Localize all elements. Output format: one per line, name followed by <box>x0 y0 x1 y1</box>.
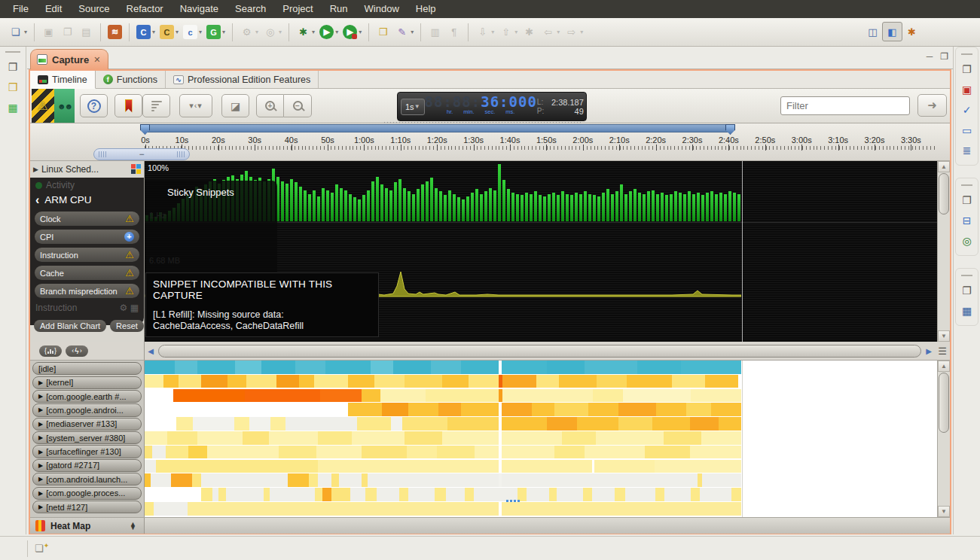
view-tab-timeline[interactable]: Timeline <box>30 71 96 89</box>
scroll-thumb[interactable] <box>939 173 949 215</box>
heatmap-row[interactable] <box>145 502 937 516</box>
palette-icon[interactable] <box>131 164 141 174</box>
heatmap-row-label[interactable]: ▶[system_server #380] <box>32 431 142 444</box>
menu-item-project[interactable]: Project <box>274 0 321 18</box>
heatmap-row-label[interactable]: ▶[netd #127] <box>32 501 142 513</box>
heatmap-row-label[interactable]: ▶[com.google.earth #... <box>32 390 142 403</box>
view-tab-functions[interactable]: fFunctions <box>96 71 166 88</box>
processes-button[interactable]: ☻☻ <box>54 89 75 123</box>
menu-item-window[interactable]: Window <box>356 0 408 18</box>
toolbar-button-cpp-perspective[interactable]: ◧ <box>882 22 902 41</box>
heatmap-row[interactable] <box>145 417 937 431</box>
toolbar-button-new-class[interactable]: G▾ <box>204 23 227 42</box>
bolt-snippets-toggle[interactable]: ‹ϟ› <box>66 345 88 357</box>
toolbar-button-new-c-folder[interactable]: C▾ <box>157 23 181 42</box>
filter-input[interactable] <box>780 96 910 115</box>
heatmap-row-label[interactable]: ▶[mediaserver #133] <box>32 418 142 431</box>
scroll-left-icon[interactable]: ◀ <box>145 347 157 355</box>
menu-item-search[interactable]: Search <box>227 0 274 18</box>
toolbar-button-debug[interactable]: ✱▾ <box>294 23 317 42</box>
toolbar-button-streamline-perspective[interactable]: ✱ <box>902 22 921 41</box>
menu-item-navigate[interactable]: Navigate <box>172 0 227 18</box>
fastview-project-explorer[interactable]: ❒ <box>3 78 23 96</box>
horizontal-scrollbar[interactable] <box>158 345 921 358</box>
counter-item-instruction[interactable]: Instruction⚠ <box>35 248 139 262</box>
expand-icon[interactable]: ▶ <box>38 434 43 441</box>
bookmark-button[interactable] <box>114 94 142 117</box>
menu-item-refactor[interactable]: Refactor <box>118 0 172 18</box>
back-chevron-icon[interactable]: ‹ <box>35 195 39 205</box>
expand-icon[interactable]: ▶ <box>38 393 43 400</box>
toolbar-button-run[interactable]: ▶▾ <box>317 23 340 42</box>
heatmap-row[interactable] <box>145 488 937 502</box>
clear-button[interactable]: ◪ <box>221 94 249 117</box>
drag-handle[interactable] <box>961 275 972 278</box>
toolbar-button-open-element[interactable]: ❒ <box>374 23 392 42</box>
heatmap-row-label[interactable]: ▶[kernel] <box>32 376 142 389</box>
interval-select[interactable]: 1s ▼ <box>401 99 425 115</box>
expand-icon[interactable]: ▶ <box>38 379 43 386</box>
range-end-marker[interactable] <box>725 124 735 135</box>
heatmap-canvas[interactable] <box>145 361 937 517</box>
heatmap-mode-select[interactable]: Heat Map ▲▼ <box>30 518 145 534</box>
fastview-task-list[interactable]: ✓ <box>957 101 977 119</box>
counter-item-clock[interactable]: Clock⚠ <box>35 212 139 226</box>
range-start-marker[interactable] <box>140 124 150 135</box>
toolbar-button-new-wizard[interactable]: ❏▾ <box>6 23 29 42</box>
spinner-icon[interactable]: ▲▼ <box>130 522 136 530</box>
scroll-menu-icon[interactable]: ☰ <box>935 345 950 357</box>
markers-button[interactable]: ▾‹▾ <box>179 94 212 117</box>
drag-handle[interactable] <box>961 53 972 57</box>
fastview-capture-analysis[interactable]: ▦ <box>3 99 23 117</box>
counter-item-cache[interactable]: Cache⚠ <box>35 266 139 280</box>
add-blank-chart-button[interactable]: Add Blank Chart <box>34 320 106 332</box>
summary-button[interactable] <box>142 94 170 117</box>
arm-cpu-header[interactable]: ‹ ARM CPU <box>33 191 141 208</box>
fastview-restore-view[interactable]: ❐ <box>957 60 977 78</box>
heatmap-row-label[interactable]: ▶[com.android.launch... <box>32 473 142 485</box>
expand-icon[interactable]: ▶ <box>38 421 43 428</box>
heatmap-row-label[interactable]: ▶[gatord #2717] <box>32 459 142 472</box>
fastview-console[interactable]: ▭ <box>957 121 977 139</box>
expand-icon[interactable]: ▶ <box>38 406 43 413</box>
fastview-arm-views[interactable]: ▦ <box>957 302 977 320</box>
scroll-right-icon[interactable]: ▶ <box>923 347 935 355</box>
toolbar-button-feed[interactable]: ≋ <box>105 23 124 42</box>
toolbar-button-new-c-file[interactable]: c▾ <box>181 23 204 42</box>
heatmap-row[interactable] <box>145 403 937 417</box>
heatmap-row-label[interactable]: ▶[com.google.proces... <box>32 487 142 500</box>
minimize-view-icon[interactable]: ─ <box>927 51 933 62</box>
heatmap-row-label[interactable]: [idle] <box>32 362 142 375</box>
expand-icon[interactable]: ▶ <box>38 504 43 510</box>
fastview-restore-view[interactable]: ❐ <box>957 282 977 300</box>
heatmap-row-label[interactable]: ▶[surfaceflinger #130] <box>32 445 142 458</box>
filter-apply-button[interactable]: ➜ <box>917 94 947 117</box>
expand-icon[interactable]: ▶ <box>38 462 43 469</box>
add-icon[interactable]: + <box>124 232 134 242</box>
heatmap-row[interactable] <box>145 431 937 446</box>
heatmap-vertical-scrollbar[interactable]: ▲ ▼ <box>937 361 950 517</box>
scroll-track[interactable] <box>938 372 950 506</box>
heatmap-row[interactable] <box>145 473 937 488</box>
time-ruler[interactable]: − 0s10s20s30s40s50s1:00s1:10s1:20s1:30s1… <box>30 123 950 161</box>
counter-item-branch-misprediction[interactable]: Branch misprediction⚠ <box>35 284 139 298</box>
heatmap-row[interactable] <box>145 460 937 474</box>
expand-icon[interactable]: ▶ <box>38 490 43 497</box>
menu-item-run[interactable]: Run <box>322 0 356 18</box>
toolbar-button-new-c-project[interactable]: C▾ <box>134 23 157 42</box>
fastview-properties[interactable]: ≣ <box>957 142 977 160</box>
selection-band[interactable] <box>145 124 731 132</box>
chart-snippets-toggle[interactable]: {} <box>39 345 62 357</box>
fastview-snapshot[interactable]: ▣ <box>957 81 977 99</box>
scroll-up-icon[interactable]: ▲ <box>938 361 950 372</box>
zoom-in-button[interactable]: + <box>256 94 284 117</box>
fastview-restore-view[interactable]: ❐ <box>3 58 23 76</box>
scroll-track[interactable] <box>938 172 950 330</box>
toolbar-button-open-perspective[interactable]: ◫ <box>863 22 882 41</box>
horizontal-scroll-thumb[interactable] <box>158 345 921 358</box>
view-tab-pro[interactable]: ∿Professional Edition Features <box>166 71 319 88</box>
heatmap-row[interactable] <box>145 375 937 389</box>
charts-canvas[interactable]: 100% 1 Hz 6.68 MB Sticky Snippets SNIPPE… <box>145 161 937 342</box>
toolbar-button-search[interactable]: ✎▾ <box>392 23 416 42</box>
maximize-view-icon[interactable]: ❐ <box>940 51 948 62</box>
